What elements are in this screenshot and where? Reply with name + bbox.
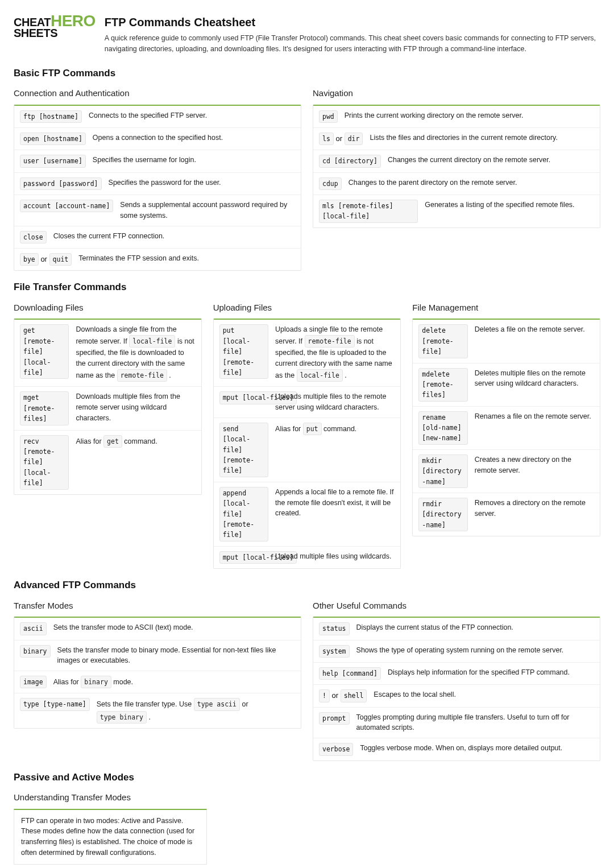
- command: password [password]: [20, 177, 102, 190]
- code: ls: [319, 133, 334, 145]
- table-row: send [local-file] [remote-file]Alias for…: [214, 418, 401, 482]
- description: Lists the files and directories in the c…: [370, 133, 594, 143]
- description: Changes to the parent directory on the r…: [349, 177, 594, 188]
- command: system: [319, 645, 350, 658]
- code: send [local-file] [remote-file]: [219, 423, 268, 477]
- table-row: delete [remote-file]Deletes a file on th…: [413, 320, 600, 363]
- card-heading: Transfer Modes: [14, 600, 301, 613]
- command-table: delete [remote-file]Deletes a file on th…: [412, 319, 600, 536]
- description: Deletes a file on the remote server.: [475, 324, 594, 335]
- description: Sends a supplemental account password re…: [120, 200, 295, 221]
- command: rmdir [directory-name]: [418, 498, 467, 531]
- description: Appends a local file to a remote file. I…: [275, 487, 395, 519]
- table-row: mput [local-files]Uploads multiple files…: [214, 387, 401, 418]
- code: !: [319, 689, 330, 702]
- description: Displays the current status of the FTP c…: [356, 622, 594, 633]
- page-title: FTP Commands Cheatsheet: [105, 14, 600, 31]
- command: cdup: [319, 177, 342, 190]
- command: delete [remote-file]: [418, 324, 467, 358]
- table-row: ! or shellEscapes to the local shell.: [313, 685, 600, 707]
- card-heading: Other Useful Commands: [313, 600, 600, 613]
- table-row: verboseToggles verbose mode. When on, di…: [313, 738, 600, 760]
- command: cd [directory]: [319, 155, 381, 167]
- description: Closes the current FTP connection.: [53, 231, 295, 242]
- command: put [local-file] [remote-file]: [219, 324, 268, 379]
- code: recv [remote-file] [local-file]: [20, 435, 69, 490]
- code: rmdir [directory-name]: [418, 498, 467, 531]
- code: remote-file: [305, 335, 355, 348]
- code: pwd: [319, 110, 338, 123]
- code: put: [303, 423, 322, 435]
- code: ascii: [20, 622, 47, 635]
- code: delete [remote-file]: [418, 324, 467, 358]
- code: help [command]: [319, 667, 381, 680]
- command: mput [local-files]: [219, 391, 268, 404]
- command: bye or quit: [20, 253, 72, 266]
- table-row: mls [remote-files] [local-file]Generates…: [313, 195, 600, 228]
- code: open [hostname]: [20, 133, 86, 145]
- section-heading: Advanced FTP Commands: [14, 578, 600, 593]
- command: ls or dir: [319, 133, 363, 145]
- code: mdelete [remote-files]: [418, 368, 467, 402]
- command-table: asciiSets the transfer mode to ASCII (te…: [14, 617, 301, 729]
- description: Creates a new directory on the remote se…: [475, 454, 594, 476]
- code: binary: [20, 645, 51, 658]
- page-header: CHEATHERO SHEETS FTP Commands Cheatsheet…: [14, 14, 600, 55]
- table-row: bye or quitTerminates the FTP session an…: [14, 249, 301, 270]
- command: mput [local-files]: [219, 551, 268, 564]
- description: Sets the file transfer type. Use type as…: [97, 698, 295, 724]
- table-row: put [local-file] [remote-file]Uploads a …: [214, 320, 401, 387]
- description: Escapes to the local shell.: [374, 689, 594, 700]
- description: Specifies the password for the user.: [109, 177, 295, 188]
- code: ftp [hostname]: [20, 110, 82, 123]
- description: Toggles verbose mode. When on, displays …: [360, 743, 594, 754]
- table-row: type [type-name]Sets the file transfer t…: [14, 693, 301, 728]
- code: local-file: [129, 335, 175, 348]
- command: binary: [20, 645, 51, 658]
- card-heading: Understanding Transfer Modes: [14, 791, 600, 804]
- command: type [type-name]: [20, 698, 90, 710]
- code: prompt: [319, 712, 350, 725]
- table-row: pwdPrints the current working directory …: [313, 106, 600, 128]
- command: mkdir [directory-name]: [418, 454, 467, 488]
- command: verbose: [319, 743, 353, 755]
- command: status: [319, 622, 350, 635]
- table-row: open [hostname]Opens a connection to the…: [14, 128, 301, 150]
- card-heading: Navigation: [313, 87, 600, 100]
- command: mls [remote-files] [local-file]: [319, 200, 418, 223]
- code: user [username]: [20, 155, 86, 167]
- logo: CHEATHERO SHEETS: [14, 14, 96, 55]
- code: password [password]: [20, 177, 102, 190]
- card-heading: Uploading Files: [213, 301, 401, 315]
- card-heading: Connection and Authentication: [14, 87, 301, 100]
- table-row: append [local-file] [remote-file]Appends…: [214, 482, 401, 547]
- command: user [username]: [20, 155, 86, 167]
- table-row: mget [remote-files]Downloads multiple fi…: [14, 387, 201, 430]
- table-row: user [username]Specifies the username fo…: [14, 150, 301, 172]
- command: prompt: [319, 712, 350, 725]
- table-row: imageAlias for binary mode.: [14, 671, 301, 693]
- code: type [type-name]: [20, 698, 90, 710]
- table-row: ls or dirLists the files and directories…: [313, 128, 600, 150]
- card-heading: Downloading Files: [14, 301, 202, 315]
- description: Upload multiple files using wildcards.: [275, 551, 395, 562]
- table-row: account [account-name]Sends a supplement…: [14, 195, 301, 226]
- code: image: [20, 676, 47, 688]
- command: mget [remote-files]: [20, 391, 69, 425]
- table-row: closeCloses the current FTP connection.: [14, 226, 301, 249]
- code: type binary: [97, 711, 147, 724]
- table-row: mput [local-files]Upload multiple files …: [214, 547, 401, 568]
- table-row: statusDisplays the current status of the…: [313, 618, 600, 640]
- code: mls [remote-files] [local-file]: [319, 200, 418, 223]
- code: remote-file: [117, 369, 167, 382]
- code: system: [319, 645, 350, 658]
- section-heading: Passive and Active Modes: [14, 770, 600, 785]
- description: Connects to the specified FTP server.: [89, 110, 295, 121]
- description: Removes a directory on the remote server…: [475, 498, 594, 519]
- description: Uploads multiple files to the remote ser…: [275, 391, 395, 413]
- table-row: binarySets the transfer mode to binary m…: [14, 640, 301, 672]
- description: Sets the transfer mode to binary mode. E…: [57, 645, 295, 667]
- code: bye: [20, 253, 39, 266]
- table-row: cdupChanges to the parent directory on t…: [313, 173, 600, 195]
- card-heading: File Management: [412, 301, 600, 315]
